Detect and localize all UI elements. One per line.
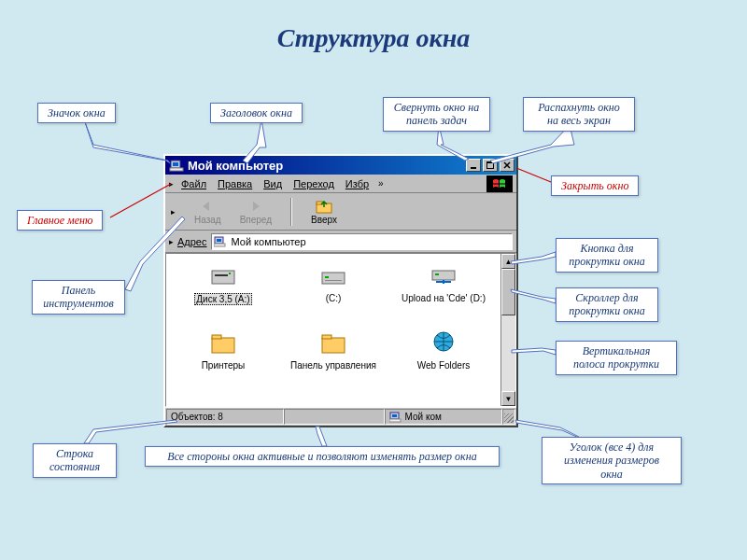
callout-toolbar: Панель инструментов xyxy=(32,280,125,315)
grip-icon: ▸ xyxy=(169,237,177,246)
menu-fav[interactable]: Избр xyxy=(340,177,374,190)
address-label: Адрес xyxy=(177,236,207,247)
svg-rect-26 xyxy=(215,274,228,276)
callout-resize-corner: Уголок (все 4) для изменения размеров ок… xyxy=(542,437,682,484)
folder-web[interactable]: Web Folders xyxy=(390,329,497,394)
web-folder-icon xyxy=(429,329,458,358)
maximize-button[interactable] xyxy=(483,159,498,172)
svg-rect-32 xyxy=(435,273,439,275)
callout-window-icon: Значок окна xyxy=(37,103,116,123)
callout-statusbar: Строка состояния xyxy=(33,443,117,478)
titlebar[interactable]: Мой компьютер xyxy=(165,156,516,175)
addressbar: ▸ Адрес Мой компьютер xyxy=(165,231,516,253)
computer-icon xyxy=(214,234,229,249)
svg-rect-33 xyxy=(212,338,234,353)
toolbar: ▸ Назад Вперед Вверх xyxy=(165,193,516,231)
callout-titlebar: Заголовок окна xyxy=(210,103,303,123)
netdrive-icon xyxy=(429,261,458,291)
scroll-thumb[interactable] xyxy=(501,269,515,315)
callout-main-menu: Главное меню xyxy=(17,210,103,231)
svg-rect-24 xyxy=(214,244,225,246)
window-title: Мой компьютер xyxy=(188,159,464,173)
hdd-icon xyxy=(318,261,348,291)
folder-printers[interactable]: Принтеры xyxy=(170,329,276,394)
explorer-window: Мой компьютер ▸ Файл Правка Вид Переход … xyxy=(163,154,518,427)
windows-logo-icon xyxy=(486,175,513,192)
floppy-icon xyxy=(208,261,238,291)
page-title: Структура окна xyxy=(0,0,747,53)
menu-go[interactable]: Переход xyxy=(288,177,340,190)
callout-minimize: Свернуть окно на панель задач xyxy=(383,97,490,132)
up-button[interactable]: Вверх xyxy=(311,198,337,225)
svg-rect-39 xyxy=(392,414,397,417)
svg-line-4 xyxy=(516,168,551,182)
chevron-right-icon: ▸ xyxy=(169,179,176,189)
drive-c[interactable]: (C:) xyxy=(280,261,387,327)
menubar: ▸ Файл Правка Вид Переход Избр » xyxy=(165,175,516,193)
status-location: Мой ком xyxy=(385,409,502,425)
svg-rect-19 xyxy=(493,183,505,184)
svg-rect-25 xyxy=(212,271,234,284)
address-value: Мой компьютер xyxy=(232,236,306,247)
menu-file[interactable]: Файл xyxy=(176,177,212,190)
address-combo[interactable]: Мой компьютер xyxy=(211,233,514,250)
callout-scroll-button: Кнопка для прокрутки окна xyxy=(556,238,658,273)
svg-rect-16 xyxy=(471,167,476,169)
callout-vscrollbar: Вертикальная полоса прокрутки xyxy=(556,341,677,375)
svg-rect-30 xyxy=(325,280,342,281)
drive-network[interactable]: Upload на 'Cde' (D:) xyxy=(390,261,497,327)
svg-rect-35 xyxy=(322,338,345,353)
scroll-track[interactable] xyxy=(501,315,515,391)
svg-marker-11 xyxy=(316,427,327,446)
folder-icon xyxy=(318,329,348,358)
svg-marker-12 xyxy=(515,420,581,439)
grip-icon: ▸ xyxy=(171,207,176,217)
svg-rect-27 xyxy=(229,273,231,274)
callout-resize-sides: Все стороны окна активные и позволяют из… xyxy=(145,446,500,467)
icon-grid[interactable]: Диск 3,5 (A:) (C:) Upload на 'Cde' (D:) … xyxy=(166,254,500,406)
vertical-scrollbar[interactable]: ▲ ▼ xyxy=(500,254,515,406)
back-button[interactable]: Назад xyxy=(194,198,221,225)
svg-rect-15 xyxy=(170,168,183,171)
arrow-right-icon xyxy=(247,198,265,215)
computer-icon xyxy=(169,158,184,173)
svg-rect-34 xyxy=(212,335,221,339)
menu-view[interactable]: Вид xyxy=(258,177,288,190)
statusbar: Объектов: 8 Мой ком xyxy=(165,407,516,426)
menu-edit[interactable]: Правка xyxy=(212,177,258,190)
status-objects: Объектов: 8 xyxy=(166,409,284,425)
callout-scroller: Скроллер для прокрутки окна xyxy=(556,287,658,322)
resize-grip[interactable] xyxy=(502,409,515,425)
status-pane xyxy=(284,409,384,425)
chevron-right-icon[interactable]: » xyxy=(374,178,388,189)
scroll-up-button[interactable]: ▲ xyxy=(501,254,515,269)
folder-icon xyxy=(208,329,238,358)
folder-control-panel[interactable]: Панель управления xyxy=(280,329,387,394)
callout-maximize: Распахнуть окно на весь экран xyxy=(523,97,635,132)
svg-rect-40 xyxy=(389,419,401,422)
svg-rect-18 xyxy=(486,161,494,163)
content-area: Диск 3,5 (A:) (C:) Upload на 'Cde' (D:) … xyxy=(165,253,516,407)
svg-rect-14 xyxy=(173,162,178,166)
close-button[interactable] xyxy=(500,159,514,172)
arrow-left-icon xyxy=(198,198,217,215)
drive-floppy[interactable]: Диск 3,5 (A:) xyxy=(170,261,276,327)
callout-close: Закрыть окно xyxy=(551,175,639,196)
scroll-down-button[interactable]: ▼ xyxy=(501,391,515,406)
minimize-button[interactable] xyxy=(466,159,481,172)
svg-rect-29 xyxy=(325,276,329,278)
folder-up-icon xyxy=(314,198,334,215)
svg-rect-36 xyxy=(322,335,331,339)
svg-line-5 xyxy=(110,184,171,217)
forward-button[interactable]: Вперед xyxy=(240,198,272,225)
svg-marker-0 xyxy=(84,119,170,163)
svg-marker-9 xyxy=(512,348,556,355)
svg-rect-23 xyxy=(217,239,221,242)
